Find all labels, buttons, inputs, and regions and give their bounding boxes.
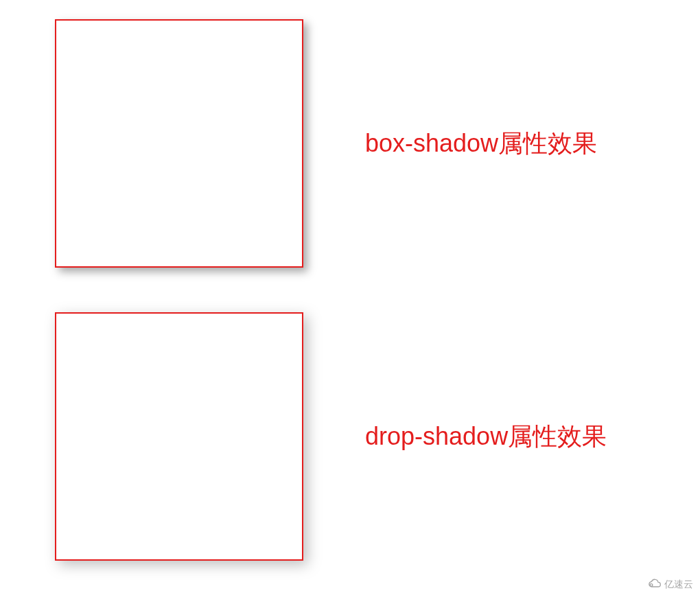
svg-point-0 bbox=[650, 584, 653, 587]
drop-shadow-row: drop-shadow属性效果 bbox=[55, 312, 607, 561]
cloud-icon bbox=[648, 578, 662, 591]
watermark: 亿速云 bbox=[648, 578, 693, 591]
box-shadow-row: box-shadow属性效果 bbox=[55, 19, 597, 268]
drop-shadow-label: drop-shadow属性效果 bbox=[365, 421, 607, 451]
box-shadow-label: box-shadow属性效果 bbox=[365, 128, 597, 158]
box-shadow-square bbox=[55, 19, 303, 268]
drop-shadow-wrap bbox=[55, 312, 303, 561]
watermark-text: 亿速云 bbox=[664, 579, 693, 591]
drop-shadow-square bbox=[55, 312, 303, 561]
